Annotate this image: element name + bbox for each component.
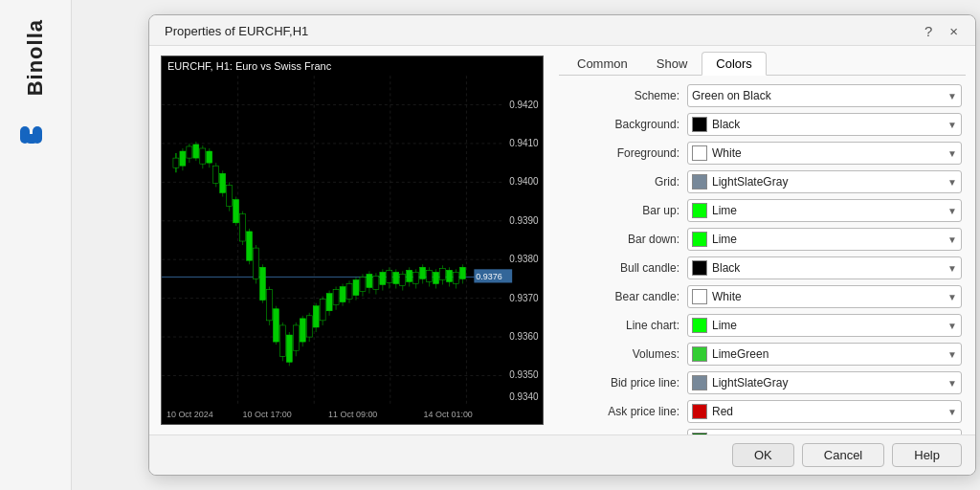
bar-up-swatch	[692, 203, 707, 218]
ok-button[interactable]: OK	[732, 443, 794, 467]
svg-rect-47	[220, 173, 226, 192]
volumes-arrow-icon: ▼	[947, 349, 957, 360]
prop-label-bar-down: Bar down:	[563, 233, 687, 246]
dialog-close-button[interactable]: ×	[946, 23, 962, 39]
app-background: Binolla Properties of EURCHF,H1 ? × EURC…	[0, 0, 980, 490]
last-price-line-value: 0,192,0	[712, 434, 944, 434]
prop-select-bull-candle[interactable]: Black ▼	[687, 256, 962, 279]
svg-text:0.9376: 0.9376	[476, 272, 501, 281]
svg-rect-91	[367, 274, 372, 287]
svg-rect-79	[326, 294, 332, 311]
svg-text:0.9340: 0.9340	[509, 391, 539, 402]
prop-row-line-chart: Line chart: Lime ▼	[563, 313, 962, 338]
svg-rect-109	[427, 270, 433, 281]
prop-label-volumes: Volumes:	[563, 347, 687, 361]
prop-label-bull-candle: Bull candle:	[563, 261, 687, 275]
prop-label-foreground: Foreground:	[563, 146, 687, 160]
cancel-button[interactable]: Cancel	[802, 443, 884, 467]
prop-select-scheme[interactable]: Green on Black ▼	[687, 84, 962, 107]
svg-rect-115	[447, 270, 453, 281]
tab-common[interactable]: Common	[563, 52, 642, 75]
svg-text:0.9370: 0.9370	[509, 293, 539, 303]
volumes-swatch	[692, 346, 707, 362]
svg-rect-41	[200, 148, 206, 164]
prop-label-ask-price-line: Ask price line:	[563, 405, 687, 418]
svg-rect-45	[213, 166, 219, 183]
grid-swatch	[692, 174, 707, 189]
svg-text:10 Oct 17:00: 10 Oct 17:00	[243, 410, 292, 419]
bull-candle-arrow-icon: ▼	[947, 263, 957, 274]
svg-text:10 Oct 2024: 10 Oct 2024	[167, 410, 213, 419]
svg-rect-69	[293, 325, 299, 350]
tabs-bar: Common Show Colors	[559, 46, 966, 76]
prop-select-bear-candle[interactable]: White ▼	[687, 285, 962, 308]
svg-rect-99	[393, 272, 399, 283]
svg-text:11 Oct 09:00: 11 Oct 09:00	[328, 410, 377, 419]
tab-show[interactable]: Show	[642, 52, 702, 75]
bar-up-arrow-icon: ▼	[947, 206, 957, 216]
foreground-value: White	[712, 146, 944, 160]
scheme-arrow-icon: ▼	[947, 91, 957, 101]
svg-rect-97	[387, 270, 392, 282]
prop-row-bar-up: Bar up: Lime ▼	[563, 198, 962, 223]
dialog-title: Properties of EURCHF,H1	[165, 24, 308, 38]
foreground-arrow-icon: ▼	[947, 148, 957, 159]
svg-rect-117	[453, 272, 458, 283]
prop-select-foreground[interactable]: White ▼	[687, 142, 962, 165]
prop-label-scheme: Scheme:	[563, 89, 687, 102]
prop-select-ask-price-line[interactable]: Red ▼	[687, 400, 962, 423]
svg-rect-35	[180, 151, 186, 166]
line-chart-value: Lime	[712, 319, 944, 332]
prop-select-bar-up[interactable]: Lime ▼	[687, 199, 962, 222]
svg-rect-71	[300, 319, 305, 342]
svg-rect-57	[254, 248, 259, 278]
bid-price-line-arrow-icon: ▼	[947, 378, 957, 389]
background-value: Black	[712, 118, 944, 131]
grid-value: LightSlateGray	[712, 175, 944, 189]
svg-text:0.9410: 0.9410	[509, 138, 539, 148]
prop-select-volumes[interactable]: LimeGreen ▼	[687, 343, 962, 366]
dialog-footer: OK Cancel Help	[149, 434, 975, 475]
prop-select-bid-price-line[interactable]: LightSlateGray ▼	[687, 371, 962, 394]
prop-row-ask-price-line: Ask price line: Red ▼	[563, 399, 962, 424]
bar-up-value: Lime	[712, 204, 944, 217]
prop-select-last-price-line[interactable]: 0,192,0 ▼	[687, 429, 962, 434]
dialog-help-button[interactable]: ?	[921, 23, 936, 39]
tab-colors[interactable]: Colors	[702, 52, 767, 76]
prop-select-line-chart[interactable]: Lime ▼	[687, 314, 962, 337]
svg-text:0.9380: 0.9380	[509, 254, 539, 264]
svg-rect-113	[440, 268, 446, 279]
prop-row-last-price-line: Last price line: 0,192,0 ▼	[563, 428, 962, 434]
svg-rect-105	[413, 272, 419, 283]
bear-candle-value: White	[712, 290, 944, 303]
prop-select-background[interactable]: Black ▼	[687, 113, 962, 136]
properties-form: Scheme: Green on Black ▼ Background:	[559, 76, 966, 434]
svg-rect-89	[360, 277, 366, 291]
prop-label-bear-candle: Bear candle:	[563, 290, 687, 303]
svg-rect-107	[420, 267, 426, 278]
svg-rect-119	[459, 267, 465, 278]
bull-candle-swatch	[692, 260, 707, 276]
prop-label-grid: Grid:	[563, 175, 687, 189]
svg-rect-87	[353, 279, 359, 295]
svg-rect-75	[313, 306, 319, 327]
prop-row-grid: Grid: LightSlateGray ▼	[563, 169, 962, 194]
svg-rect-83	[340, 287, 345, 302]
svg-rect-67	[286, 335, 292, 362]
prop-select-bar-down[interactable]: Lime ▼	[687, 228, 962, 251]
svg-rect-103	[407, 270, 412, 281]
svg-rect-49	[227, 185, 233, 206]
svg-rect-111	[434, 272, 439, 283]
bid-price-line-swatch	[692, 375, 707, 390]
prop-row-volumes: Volumes: LimeGreen ▼	[563, 342, 962, 367]
svg-text:0.9350: 0.9350	[509, 369, 539, 380]
prop-select-grid[interactable]: LightSlateGray ▼	[687, 170, 962, 193]
help-button[interactable]: Help	[892, 443, 962, 467]
prop-label-bar-up: Bar up:	[563, 204, 687, 217]
svg-text:14 Oct 01:00: 14 Oct 01:00	[424, 410, 473, 419]
prop-row-bar-down: Bar down: Lime ▼	[563, 227, 962, 252]
chart-label: EURCHF, H1: Euro vs Swiss Franc	[167, 60, 331, 72]
bull-candle-value: Black	[712, 261, 944, 275]
binolla-logo-icon	[17, 117, 54, 156]
line-chart-arrow-icon: ▼	[947, 321, 957, 331]
